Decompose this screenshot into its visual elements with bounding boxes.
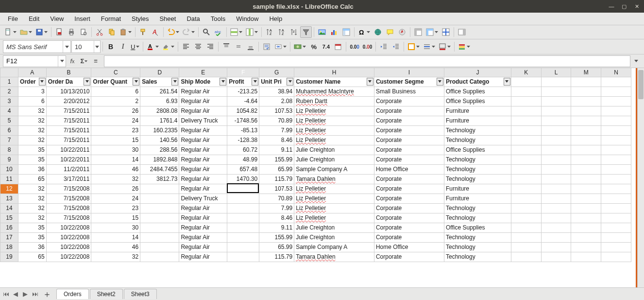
cell[interactable]: [601, 145, 631, 155]
cell[interactable]: [140, 223, 179, 232]
cell[interactable]: 140.56: [140, 135, 179, 145]
cell[interactable]: [541, 106, 571, 116]
chevron-down-icon[interactable]: [63, 41, 70, 53]
cell[interactable]: Regular Air: [179, 242, 227, 252]
cell[interactable]: 7/15/2011: [46, 116, 91, 125]
cell[interactable]: Furniture: [444, 106, 511, 116]
cell[interactable]: [601, 87, 631, 96]
header-cell[interactable]: Unit Pri: [259, 77, 294, 87]
cell[interactable]: Corporate: [374, 125, 444, 135]
col-header-M[interactable]: M: [571, 68, 601, 77]
col-header-E[interactable]: E: [179, 68, 227, 77]
cell[interactable]: 7/15/2008: [46, 203, 91, 213]
cell[interactable]: [601, 232, 631, 242]
cell[interactable]: Office Supplies: [444, 223, 511, 232]
cell[interactable]: Regular Air: [179, 213, 227, 223]
expand-formula-icon[interactable]: [631, 60, 641, 62]
cell[interactable]: Tamara Dahlen: [294, 252, 374, 262]
increase-indent-button[interactable]: [390, 41, 402, 53]
cell[interactable]: [541, 203, 571, 213]
add-decimal-button[interactable]: 0.00: [348, 41, 360, 53]
name-box[interactable]: [3, 55, 66, 67]
cell[interactable]: 35: [18, 155, 47, 164]
cell[interactable]: Office Supplies: [444, 87, 511, 96]
cell[interactable]: 35: [18, 232, 47, 242]
cell[interactable]: Regular Air: [179, 145, 227, 155]
column-button[interactable]: [244, 26, 259, 38]
cell[interactable]: 65.99: [259, 164, 294, 174]
cell[interactable]: Sample Company A: [294, 164, 374, 174]
cell[interactable]: [541, 125, 571, 135]
cell[interactable]: [541, 194, 571, 203]
filter-dropdown-icon[interactable]: [367, 78, 373, 86]
menu-file[interactable]: File: [3, 14, 23, 24]
cell[interactable]: 14: [91, 155, 140, 164]
cell[interactable]: Sample Company A: [294, 242, 374, 252]
hyperlink-button[interactable]: [372, 26, 384, 38]
cell[interactable]: 7.99: [259, 203, 294, 213]
menu-view[interactable]: View: [45, 14, 68, 24]
sidebar-button[interactable]: [456, 26, 468, 38]
cell[interactable]: Regular Air: [179, 96, 227, 106]
col-header-G[interactable]: G: [259, 68, 294, 77]
cell[interactable]: [571, 213, 601, 223]
add-sheet-button[interactable]: ＋: [42, 288, 52, 300]
cell[interactable]: Technology: [444, 252, 511, 262]
cell[interactable]: [541, 242, 571, 252]
cell[interactable]: [601, 184, 631, 194]
cell[interactable]: [511, 252, 541, 262]
navigator-button[interactable]: [396, 26, 408, 38]
cell[interactable]: Ruben Dartt: [294, 96, 374, 106]
cell[interactable]: 3812.73: [140, 174, 179, 184]
align-right-button[interactable]: [204, 41, 216, 53]
row-header-1[interactable]: 1: [0, 77, 18, 87]
cell[interactable]: Technology: [444, 164, 511, 174]
comment-button[interactable]: [384, 26, 396, 38]
tab-next-button[interactable]: ▶: [21, 290, 29, 298]
cell[interactable]: 10/22/2011: [46, 145, 91, 155]
cell[interactable]: [140, 213, 179, 223]
cell[interactable]: Liz Pelletier: [294, 203, 374, 213]
cell[interactable]: 23: [91, 203, 140, 213]
col-header-B[interactable]: B: [46, 68, 91, 77]
cell[interactable]: Regular Air: [179, 223, 227, 232]
header-cell[interactable]: Profit: [227, 77, 259, 87]
cell[interactable]: Corporate: [374, 96, 444, 106]
cell[interactable]: [571, 223, 601, 232]
font-size-input[interactable]: [72, 43, 94, 51]
cell[interactable]: 7/15/2008: [46, 213, 91, 223]
cell[interactable]: [541, 252, 571, 262]
chart-button[interactable]: [328, 26, 340, 38]
cell[interactable]: 10/22/2008: [46, 252, 91, 262]
cell[interactable]: Julie Creighton: [294, 155, 374, 164]
menu-window[interactable]: Window: [231, 14, 263, 24]
chevron-down-icon[interactable]: [58, 56, 66, 67]
align-vcenter-button[interactable]: [233, 41, 244, 53]
cell[interactable]: Home Office: [374, 242, 444, 252]
cell[interactable]: [601, 155, 631, 164]
cell[interactable]: Regular Air: [179, 203, 227, 213]
cell[interactable]: Regular Air: [179, 106, 227, 116]
cell[interactable]: [571, 116, 601, 125]
cell[interactable]: [511, 194, 541, 203]
autofilter-button[interactable]: [300, 26, 312, 38]
menu-format[interactable]: Format: [96, 14, 126, 24]
cell[interactable]: 107.53: [259, 106, 294, 116]
cell[interactable]: Regular Air: [179, 155, 227, 164]
cell[interactable]: [140, 252, 179, 262]
cell[interactable]: Tamara Dahlen: [294, 174, 374, 184]
cell[interactable]: [571, 164, 601, 174]
cell[interactable]: Corporate: [374, 232, 444, 242]
cell[interactable]: [601, 174, 631, 184]
align-bottom-button[interactable]: [245, 41, 256, 53]
minimize-button[interactable]: —: [608, 3, 615, 10]
name-box-input[interactable]: [3, 56, 58, 67]
close-button[interactable]: ✕: [633, 3, 640, 10]
cell[interactable]: 2484.7455: [140, 164, 179, 174]
align-top-button[interactable]: [220, 41, 232, 53]
font-name-input[interactable]: [3, 43, 63, 51]
cell[interactable]: Corporate: [374, 174, 444, 184]
cell[interactable]: Office Supplies: [444, 145, 511, 155]
borders-button[interactable]: [406, 41, 421, 53]
menu-tools[interactable]: Tools: [206, 14, 230, 24]
